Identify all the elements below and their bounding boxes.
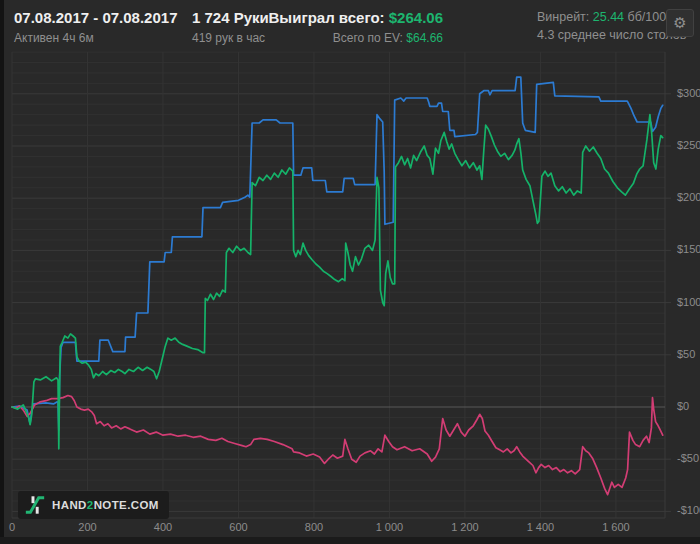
y-axis-tick-label: $150 [677,243,700,255]
y-axis-tick-label: $250 [677,139,700,151]
x-axis-tick-label: 0 [9,521,15,533]
hands-per-hour: 419 рук в час [192,31,265,45]
logo-text-pre: HAND [52,499,87,511]
total-won-value: $264.06 [389,9,443,26]
winrate-line: Винрейт: 25.44 бб/100 [537,10,666,24]
y-axis-tick-label: $100 [677,296,700,308]
hand2note-graph-window: 07.08.2017 - 07.08.2017 Активен 4ч 6м 1 … [0,0,700,544]
winrate-value: 25.44 [593,10,624,24]
x-axis-tick-label: 800 [305,521,323,533]
winnings-chart [0,0,700,544]
x-axis-tick-label: 400 [154,521,172,533]
logo-text-post: NOTE.COM [94,499,159,511]
winrate-unit: бб/100 [624,10,666,24]
total-won-label: Выиграл всего: [269,9,389,26]
window-bottom-edge [0,537,700,544]
y-axis-tick-label: $50 [677,348,695,360]
y-axis-tick-label: $0 [677,400,689,412]
x-axis-tick-label: 1 200 [451,521,479,533]
x-axis-tick-label: 200 [78,521,96,533]
x-axis-tick-label: 600 [229,521,247,533]
gear-icon: ⚙ [673,14,686,32]
ev-label: Всего по EV: [333,31,407,45]
y-axis-tick-label: $300 [677,87,700,99]
ev-value: $64.66 [406,31,443,45]
x-axis-tick-label: 1 000 [376,521,404,533]
window-left-edge [0,0,4,544]
active-time: Активен 4ч 6м [14,31,94,45]
total-won-line: Выиграл всего: $264.06 [269,9,443,26]
hand2note-logo-icon [24,494,46,516]
x-axis-tick-label: 1 600 [602,521,630,533]
winrate-label: Винрейт: [537,10,593,24]
logo-text-num: 2 [87,499,94,511]
logo-text: HAND2NOTE.COM [52,499,159,511]
avg-tables: 4.3 среднее число столов [537,28,686,42]
date-range: 07.08.2017 - 07.08.2017 [14,9,177,26]
ev-line: Всего по EV: $64.66 [333,31,443,45]
y-axis-tick-label: $200 [677,191,700,203]
y-axis-tick-label: -$100 [677,504,700,516]
settings-button[interactable]: ⚙ [666,9,694,37]
hands-count: 1 724 Руки [192,9,269,26]
y-axis-tick-label: -$50 [677,452,699,464]
x-axis-tick-label: 1 400 [527,521,555,533]
showdown-winnings-line [12,77,663,430]
hand2note-logo[interactable]: HAND2NOTE.COM [18,491,169,519]
